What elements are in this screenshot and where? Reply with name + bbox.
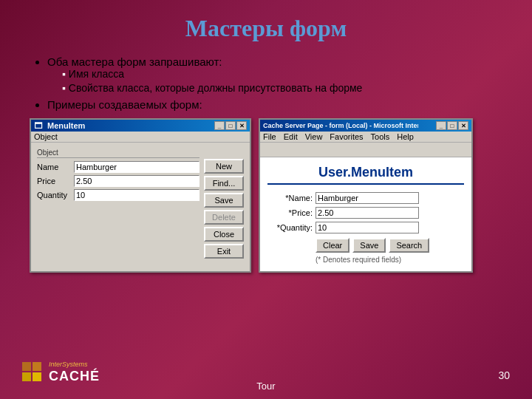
win-close-btn-body[interactable]: Close xyxy=(204,227,244,242)
ie-title: Cache Server Page - form (Local) - Micro… xyxy=(263,122,418,129)
win-price-label: Price xyxy=(37,177,74,185)
cache-logo-text-area: InterSystems CACHÉ xyxy=(49,361,100,384)
ie-page-title: User.MenuItem xyxy=(267,165,464,185)
win-dialog: 🗔 MenuItem _ □ ✕ Object Object Name xyxy=(30,118,251,273)
win-delete-btn[interactable]: Delete xyxy=(204,210,244,225)
win-dialog-menubar: Object xyxy=(31,132,250,143)
win-group-label: Object xyxy=(37,149,200,158)
win-close-btn[interactable]: ✕ xyxy=(236,121,247,130)
ie-close-btn[interactable]: ✕ xyxy=(458,121,468,130)
footer-logo: InterSystems CACHÉ xyxy=(22,361,100,384)
ie-menu-view[interactable]: View xyxy=(305,132,323,141)
ie-search-btn[interactable]: Search xyxy=(389,238,429,253)
bullet-2: Примеры создаваемых форм: xyxy=(47,98,502,111)
ie-menu-edit[interactable]: Edit xyxy=(284,132,298,141)
win-form-section: Object Name Price Quantity xyxy=(37,149,200,259)
ie-window: Cache Server Page - form (Local) - Micro… xyxy=(259,118,473,273)
win-dialog-titlebar-buttons: _ □ ✕ xyxy=(214,121,247,130)
cache-logo-icon xyxy=(22,362,46,383)
ie-save-btn[interactable]: Save xyxy=(352,238,386,253)
intersystems-text: InterSystems xyxy=(49,361,100,368)
bullet-1: Оба мастера форм запрашивают: Имя класса… xyxy=(47,55,502,94)
ie-name-input[interactable] xyxy=(316,192,419,204)
ie-note: (* Denotes required fields) xyxy=(316,256,464,264)
ie-menu-help[interactable]: Help xyxy=(397,132,414,141)
win-new-btn[interactable]: New xyxy=(204,159,244,174)
ie-menu-file[interactable]: File xyxy=(263,132,276,141)
sub-bullet-1-2: Свойства класса, которые должны присутст… xyxy=(62,82,502,94)
main-bullets: Оба мастера форм запрашивают: Имя класса… xyxy=(47,55,502,111)
cache-logo-text: CACHÉ xyxy=(49,369,100,384)
slide-title: Мастеры форм xyxy=(30,15,502,42)
ie-clear-btn[interactable]: Clear xyxy=(316,238,349,253)
sub-bullets-1: Имя класса Свойства класса, которые долж… xyxy=(62,68,502,94)
ie-quantity-input[interactable] xyxy=(316,222,419,233)
svg-rect-3 xyxy=(33,362,41,371)
svg-rect-2 xyxy=(33,372,41,381)
win-quantity-label: Quantity xyxy=(37,191,74,200)
sub-bullet-1-1: Имя класса xyxy=(62,68,502,80)
win-quantity-input[interactable] xyxy=(74,189,200,201)
ie-menu-tools[interactable]: Tools xyxy=(371,132,390,141)
ie-titlebar: Cache Server Page - form (Local) - Micro… xyxy=(260,120,471,132)
ie-minimize-btn[interactable]: _ xyxy=(436,121,446,130)
ie-name-label: *Name: xyxy=(267,194,316,202)
footer-tour-label: Tour xyxy=(256,381,275,392)
win-dialog-body: Object Name Price Quantity New xyxy=(31,143,250,265)
ie-price-label: *Price: xyxy=(267,208,316,217)
win-field-name-row: Name xyxy=(37,161,200,173)
ie-quantity-label: *Quantity: xyxy=(267,223,316,232)
win-field-quantity-row: Quantity xyxy=(37,189,200,201)
ie-quantity-row: *Quantity: xyxy=(267,222,464,233)
win-find-btn[interactable]: Find... xyxy=(204,176,244,191)
win-dialog-titlebar: 🗔 MenuItem _ □ ✕ xyxy=(31,120,250,132)
win-name-label: Name xyxy=(37,163,74,171)
ie-menu-favorites[interactable]: Favorites xyxy=(330,132,363,141)
ie-titlebar-buttons: _ □ ✕ xyxy=(436,121,468,130)
ie-menubar: File Edit View Favorites Tools Help xyxy=(260,132,471,143)
slide: Мастеры форм Оба мастера форм запрашиваю… xyxy=(0,0,532,399)
win-exit-btn[interactable]: Exit xyxy=(204,244,244,259)
ie-btn-row: Clear Save Search xyxy=(316,238,464,253)
ie-price-row: *Price: xyxy=(267,207,464,219)
win-buttons-col: New Find... Save Delete Close Exit xyxy=(204,149,244,259)
ie-price-input[interactable] xyxy=(316,207,419,219)
ie-name-row: *Name: xyxy=(267,192,464,204)
win-save-btn[interactable]: Save xyxy=(204,193,244,208)
svg-rect-0 xyxy=(22,372,31,381)
win-field-price-row: Price xyxy=(37,175,200,187)
footer-page-number: 30 xyxy=(498,369,510,381)
windows-area: 🗔 MenuItem _ □ ✕ Object Object Name xyxy=(30,118,502,273)
ie-toolbar xyxy=(260,143,471,157)
svg-rect-1 xyxy=(22,362,31,371)
win-minimize-btn[interactable]: _ xyxy=(214,121,225,130)
win-menu-object[interactable]: Object xyxy=(34,132,58,141)
win-dialog-title: 🗔 MenuItem xyxy=(34,121,85,130)
footer: InterSystems CACHÉ Tour 30 xyxy=(0,381,532,392)
win-maximize-btn[interactable]: □ xyxy=(225,121,236,130)
win-name-input[interactable] xyxy=(74,161,200,173)
ie-content: User.MenuItem *Name: *Price: *Quantity: … xyxy=(260,157,471,271)
ie-maximize-btn[interactable]: □ xyxy=(447,121,457,130)
win-price-input[interactable] xyxy=(74,175,200,187)
